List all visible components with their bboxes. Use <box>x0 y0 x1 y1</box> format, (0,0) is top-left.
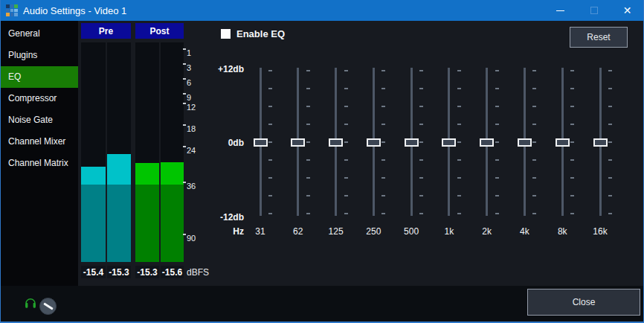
meter-scale-mark-12: 12 <box>183 102 196 112</box>
meter-peak-value: -15.3 <box>107 266 131 278</box>
eq-slider-tick <box>608 70 612 71</box>
eq-slider-tick <box>344 141 348 143</box>
eq-slider-tick <box>344 124 348 125</box>
eq-slider-tick <box>306 213 310 214</box>
eq-slider-tick <box>381 159 385 161</box>
meter-bar-bright-segment <box>161 162 184 185</box>
eq-slider-tick <box>495 195 499 196</box>
enable-eq-checkbox[interactable] <box>221 29 231 39</box>
eq-freq-label-62: 62 <box>282 227 315 236</box>
eq-slider-handle-125[interactable] <box>329 138 343 147</box>
eq-slider-tick <box>268 124 272 125</box>
meter-scale-mark-18: 18 <box>183 124 196 133</box>
sidebar-item-channel-matrix[interactable]: Channel Matrix <box>1 153 78 174</box>
eq-slider-tick <box>381 106 385 107</box>
knob-needle-icon <box>43 303 53 310</box>
app-logo-tile <box>14 9 18 13</box>
eq-slider-tick <box>419 177 423 179</box>
eq-slider-tick <box>570 141 574 143</box>
eq-slider-tick <box>344 106 348 107</box>
eq-slider-tick <box>608 141 612 143</box>
meter-peak-value: -15.6 <box>161 266 184 278</box>
app-logo-tile <box>14 13 18 16</box>
window-title: Audio Settings - Video 1 <box>23 5 544 16</box>
headphone-volume-knob[interactable] <box>39 298 57 315</box>
eq-slider-tick <box>344 213 348 214</box>
scale-tick-icon <box>183 182 186 183</box>
maximize-button[interactable] <box>577 0 611 21</box>
eq-slider-tick <box>495 213 499 214</box>
meter-bar-dark-segment <box>161 185 184 262</box>
eq-slider-handle-500[interactable] <box>405 138 419 147</box>
eq-slider-tick <box>381 141 385 143</box>
maximize-icon <box>590 7 598 14</box>
eq-axis-zero-label: 0db <box>177 138 244 147</box>
eq-slider-tick <box>570 106 574 107</box>
meter-group-header-pre: Pre <box>81 23 131 39</box>
eq-slider-handle-62[interactable] <box>291 138 305 147</box>
eq-slider-tick <box>268 141 272 143</box>
app-logo-tile <box>14 4 18 8</box>
scale-tick-icon <box>183 48 186 50</box>
sidebar-item-noise-gate[interactable]: Noise Gate <box>1 109 78 131</box>
meter-bar-dark-segment <box>107 185 131 262</box>
meter-scale-mark-6: 6 <box>183 77 191 87</box>
eq-slider-tick <box>570 195 574 196</box>
meter-bar-bright-segment <box>107 154 131 185</box>
app-logo-icon <box>6 4 18 16</box>
enable-eq-label: Enable EQ <box>236 28 285 39</box>
eq-slider-tick <box>268 195 272 196</box>
eq-slider-tick <box>306 88 310 89</box>
scale-number: 36 <box>187 182 196 191</box>
eq-slider-tick <box>608 159 612 161</box>
meter-peak-value: -15.3 <box>135 266 159 278</box>
sidebar-item-general[interactable]: General <box>1 23 78 45</box>
meter-bar-bright-segment <box>81 167 106 185</box>
eq-slider-tick <box>268 88 272 89</box>
eq-slider-tick <box>381 124 385 125</box>
sidebar-item-channel-mixer[interactable]: Channel Mixer <box>1 131 78 153</box>
eq-slider-tick <box>532 213 536 214</box>
eq-slider-handle-2k[interactable] <box>480 138 494 147</box>
close-window-button[interactable]: ✕ <box>611 0 644 21</box>
eq-slider-tick <box>608 106 612 107</box>
eq-slider-tick <box>532 195 536 196</box>
eq-slider-tick <box>306 141 310 143</box>
eq-freq-label-8k: 8k <box>546 227 579 236</box>
eq-slider-tick <box>457 213 461 214</box>
eq-slider-tick <box>344 159 348 161</box>
eq-freq-label-500: 500 <box>395 227 428 236</box>
headphones-icon[interactable] <box>24 296 37 312</box>
scale-tick-icon <box>183 93 186 95</box>
eq-slider-tick <box>570 88 574 89</box>
minimize-button[interactable] <box>544 0 577 21</box>
audio-settings-window: Audio Settings - Video 1 ✕ GeneralPlugin… <box>0 0 644 323</box>
eq-slider-tick <box>457 141 461 143</box>
eq-slider-tick <box>419 213 423 214</box>
eq-freq-label-31: 31 <box>244 227 277 236</box>
reset-button[interactable]: Reset <box>570 27 628 48</box>
eq-slider-handle-1k[interactable] <box>442 138 456 147</box>
eq-slider-tick <box>532 88 536 89</box>
eq-slider-handle-16k[interactable] <box>593 138 608 147</box>
eq-slider-tick <box>344 177 348 179</box>
eq-slider-tick <box>570 213 574 214</box>
sidebar-item-plugins[interactable]: Plugins <box>1 45 78 66</box>
eq-axis-minus12-label: -12db <box>177 213 244 222</box>
sidebar-item-compressor[interactable]: Compressor <box>1 88 78 109</box>
eq-slider-handle-8k[interactable] <box>556 138 570 147</box>
eq-slider-tick <box>532 177 536 179</box>
eq-slider-handle-31[interactable] <box>254 138 268 147</box>
eq-slider-tick <box>419 141 423 143</box>
eq-slider-tick <box>268 70 272 71</box>
close-button[interactable]: Close <box>527 289 640 316</box>
eq-slider-handle-250[interactable] <box>367 138 381 147</box>
level-meter-pre-ch1 <box>81 42 106 262</box>
minimize-icon <box>556 10 564 11</box>
eq-slider-tick <box>419 195 423 196</box>
app-logo-tile <box>6 9 10 13</box>
sidebar-item-eq[interactable]: EQ <box>1 66 78 88</box>
eq-slider-handle-4k[interactable] <box>518 138 532 147</box>
meter-scale-mark-36: 36 <box>183 181 196 191</box>
eq-slider-tick <box>419 124 423 125</box>
